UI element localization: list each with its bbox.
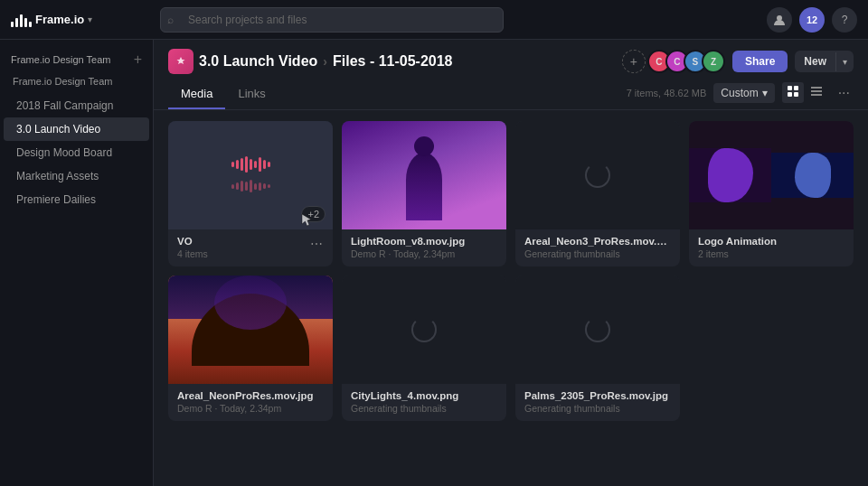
file-info-areal-neon3: Areal_Neon3_ProRes.mov.png Generating th… [515, 229, 680, 266]
tab-media[interactable]: Media [168, 81, 225, 109]
sidebar-add-button[interactable]: + [134, 52, 142, 67]
toolbar-right: 7 items, 48.62 MB Custom ▾ [627, 82, 854, 108]
file-card-logo-anim[interactable]: Logo Animation 2 items [689, 121, 854, 266]
file-name-areal-pro: Areal_NeonProRes.mov.jpg [177, 390, 324, 401]
waveform-top [231, 156, 270, 173]
main-layout: Frame.io Design Team + Frame.io Design T… [0, 40, 868, 486]
organic-shape-right [795, 153, 831, 198]
file-menu-button-vo[interactable]: ⋯ [306, 235, 327, 253]
search-icon: ⌕ [167, 14, 174, 26]
file-card-areal-pro[interactable]: Areal_NeonProRes.mov.jpg Demo R · Today,… [168, 276, 333, 421]
svg-rect-1 [788, 86, 792, 90]
search-bar[interactable]: ⌕ [160, 7, 504, 33]
sidebar-item-mood[interactable]: Design Mood Board [4, 141, 149, 164]
loading-spinner [585, 163, 610, 188]
page-title: Files - 11-05-2018 [333, 53, 453, 70]
svg-rect-6 [811, 90, 822, 92]
svg-rect-2 [794, 86, 798, 90]
grid-view-button[interactable] [782, 82, 804, 103]
sidebar-item-premiere[interactable]: Premiere Dailies [4, 188, 149, 211]
topbar-right: 12 ? [767, 7, 857, 33]
sidebar-item-fall[interactable]: 2018 Fall Campaign [4, 94, 149, 117]
user-profile-button[interactable] [767, 7, 792, 33]
logo-caret: ▾ [88, 14, 92, 24]
topbar: Frame.io ▾ ⌕ 12 ? [0, 0, 868, 40]
file-info-citylights: CityLights_4.mov.png Generating thumbnai… [342, 384, 506, 421]
glow-orb [214, 276, 287, 330]
add-member-button[interactable]: + [622, 50, 646, 73]
new-button-caret[interactable]: ▾ [835, 52, 854, 71]
file-thumb-vo: +2 [168, 121, 333, 229]
silhouette-head [414, 136, 434, 156]
silhouette-body [406, 153, 442, 220]
list-view-button[interactable] [806, 82, 827, 103]
new-button[interactable]: New [795, 51, 835, 72]
custom-caret-icon: ▾ [762, 87, 768, 99]
file-meta-palms: Generating thumbnails [524, 403, 671, 414]
sidebar-team-header[interactable]: Frame.io Design Team + [0, 49, 153, 74]
file-meta-vo: 4 items [177, 248, 324, 259]
custom-label: Custom [721, 87, 758, 99]
file-card-areal-neon3[interactable]: Areal_Neon3_ProRes.mov.png Generating th… [515, 121, 680, 266]
project-icon [168, 49, 193, 74]
logo-area[interactable]: Frame.io ▾ [11, 13, 151, 27]
waveform-bottom [231, 178, 270, 194]
svg-rect-7 [811, 94, 822, 96]
notifications-badge[interactable]: 12 [799, 7, 825, 33]
member-avatar-3[interactable]: Z [702, 50, 725, 73]
custom-view-button[interactable]: Custom ▾ [713, 83, 774, 103]
svg-rect-4 [794, 92, 798, 97]
plus-badge: +2 [301, 206, 326, 222]
file-name-lightroom: LightRoom_v8.mov.jpg [351, 236, 497, 247]
search-input[interactable] [160, 7, 504, 33]
more-options-button[interactable]: ··· [835, 83, 854, 103]
file-thumb-areal-pro [168, 276, 333, 384]
file-thumb-citylights [342, 276, 506, 384]
file-meta-logo-anim: 2 items [698, 248, 844, 259]
breadcrumb-project[interactable]: 3.0 Launch Video [168, 49, 317, 74]
file-info-lightroom: LightRoom_v8.mov.jpg Demo R · Today, 2.3… [342, 229, 506, 266]
lightroom-figure [342, 121, 506, 229]
breadcrumb-separator: › [323, 54, 327, 69]
tabs-toolbar: Media Links 7 items, 48.62 MB Custom ▾ [154, 74, 868, 110]
file-thumb-lightroom [342, 121, 506, 229]
team-name-label: Frame.io Design Team [0, 74, 153, 94]
file-card-citylights[interactable]: CityLights_4.mov.png Generating thumbnai… [342, 276, 506, 421]
header-actions: + C C S Z Share New [622, 50, 854, 73]
content: 3.0 Launch Video › Files - 11-05-2018 + … [154, 40, 868, 486]
file-name-areal-neon3: Areal_Neon3_ProRes.mov.png [524, 236, 671, 247]
sidebar-item-marketing[interactable]: Marketing Assets [4, 164, 149, 188]
file-meta-lightroom: Demo R · Today, 2.34pm [351, 248, 497, 259]
loading-spinner-citylights [411, 317, 437, 342]
sidebar-item-launch[interactable]: 3.0 Launch Video [4, 117, 149, 141]
items-info: 7 items, 48.62 MB [627, 88, 707, 98]
mountain-scene [168, 276, 333, 384]
file-meta-citylights: Generating thumbnails [351, 403, 497, 414]
logo-panel-left [689, 148, 771, 202]
team-name: Frame.io Design Team [11, 54, 110, 65]
file-thumb-areal-neon3 [515, 121, 680, 229]
file-thumb-logo-anim [689, 121, 854, 229]
file-thumb-palms [515, 276, 680, 384]
file-info-vo: VO 4 items ⋯ [168, 229, 333, 266]
file-card-vo[interactable]: +2 VO 4 items ⋯ [168, 121, 333, 266]
file-name-citylights: CityLights_4.mov.png [351, 390, 497, 401]
file-card-palms[interactable]: Palms_2305_ProRes.mov.jpg Generating thu… [515, 276, 680, 421]
file-meta-areal-neon3: Generating thumbnails [524, 248, 671, 259]
logo-text: Frame.io [35, 13, 84, 26]
files-grid: +2 VO 4 items ⋯ [154, 110, 868, 486]
svg-rect-5 [811, 87, 822, 89]
breadcrumb: 3.0 Launch Video › Files - 11-05-2018 [168, 49, 453, 74]
member-avatars: C C S Z [653, 50, 725, 73]
tab-links[interactable]: Links [225, 81, 278, 109]
sidebar: Frame.io Design Team + Frame.io Design T… [0, 40, 154, 486]
organic-shape-left [708, 148, 753, 202]
file-meta-areal-pro: Demo R · Today, 2.34pm [177, 403, 324, 414]
logo-bars [11, 13, 32, 27]
tabs: Media Links [168, 81, 278, 109]
file-card-lightroom[interactable]: LightRoom_v8.mov.jpg Demo R · Today, 2.3… [342, 121, 506, 266]
help-button[interactable]: ? [832, 7, 857, 33]
share-button[interactable]: Share [732, 51, 788, 72]
file-name-vo: VO [177, 236, 324, 247]
loading-spinner-palms [585, 317, 610, 342]
